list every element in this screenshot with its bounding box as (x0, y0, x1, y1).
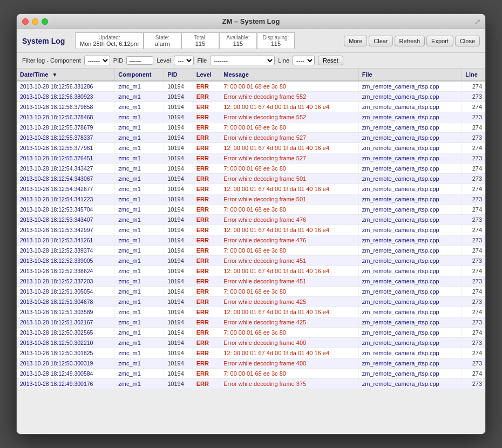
cell-line: 274 (462, 307, 485, 317)
cell-level: ERR (193, 338, 220, 348)
table-row: 2013-10-28 18:12:56.379858zmc_m110194ERR… (17, 102, 485, 112)
cell-pid: 10194 (164, 205, 193, 215)
state-label: State: (148, 35, 177, 40)
table-row: 2013-10-28 18:12:55.378679zmc_m110194ERR… (17, 123, 485, 133)
minimize-button[interactable] (32, 18, 38, 25)
cell-level: ERR (193, 358, 220, 369)
cell-message: Error while decoding frame 451 (220, 256, 358, 266)
titlebar: ZM – System Log ⤢ (17, 14, 485, 29)
header-message[interactable]: Message (220, 69, 358, 81)
cell-component: zmc_m1 (115, 92, 164, 102)
level-filter[interactable]: --- (174, 56, 194, 65)
cell-datetime: 2013-10-28 18:12:52.339374 (17, 246, 115, 256)
file-filter-label: File (197, 57, 207, 64)
header-pid[interactable]: PID (164, 69, 193, 81)
cell-component: zmc_m1 (115, 174, 164, 184)
cell-datetime: 2013-10-28 18:12:51.302167 (17, 317, 115, 328)
header-level[interactable]: Level (193, 69, 220, 81)
level-filter-label: Level (157, 57, 171, 64)
reset-button[interactable]: Reset (318, 56, 343, 65)
export-button[interactable]: Export (426, 36, 453, 46)
component-filter[interactable]: ------ (84, 56, 110, 65)
cell-datetime: 2013-10-28 18:12:56.380923 (17, 92, 115, 102)
table-row: 2013-10-28 18:12:51.304678zmc_m110194ERR… (17, 297, 485, 307)
cell-component: zmc_m1 (115, 348, 164, 358)
cell-line: 274 (462, 287, 485, 297)
table-row: 2013-10-28 18:12:54.341223zmc_m110194ERR… (17, 194, 485, 205)
cell-component: zmc_m1 (115, 194, 164, 205)
cell-message: 7: 00 00 01 68 ee 3c 80 (220, 328, 358, 338)
header-file[interactable]: File (358, 69, 462, 81)
file-filter[interactable]: ------- (210, 56, 275, 65)
cell-pid: 10194 (164, 358, 193, 369)
table-row: 2013-10-28 18:12:52.339005zmc_m110194ERR… (17, 256, 485, 266)
cell-line: 274 (462, 102, 485, 112)
cell-level: ERR (193, 153, 220, 164)
cell-datetime: 2013-10-28 18:12:55.378337 (17, 133, 115, 143)
close-window-button[interactable]: Close (455, 36, 480, 46)
cell-file: zm_remote_camera_rtsp.cpp (358, 174, 462, 184)
resize-icon[interactable]: ⤢ (474, 17, 481, 26)
header-datetime[interactable]: Date/Time ▼ (17, 69, 115, 81)
refresh-button[interactable]: Refresh (395, 36, 425, 46)
cell-level: ERR (193, 348, 220, 358)
window-title: ZM – System Log (222, 17, 280, 25)
close-button[interactable] (22, 18, 29, 25)
cell-message: Error while decoding frame 451 (220, 276, 358, 287)
table-header-row: Date/Time ▼ Component PID Level Message … (17, 69, 485, 81)
cell-line: 274 (462, 184, 485, 194)
table-row: 2013-10-28 18:12:51.303589zmc_m110194ERR… (17, 307, 485, 317)
line-filter[interactable]: ---- (293, 56, 315, 65)
log-table-container[interactable]: Date/Time ▼ Component PID Level Message … (17, 69, 485, 434)
cell-level: ERR (193, 369, 220, 379)
cell-level: ERR (193, 307, 220, 317)
table-row: 2013-10-28 18:12:53.345704zmc_m110194ERR… (17, 205, 485, 215)
cell-line: 274 (462, 348, 485, 358)
cell-level: ERR (193, 102, 220, 112)
table-row: 2013-10-28 18:12:54.343427zmc_m110194ERR… (17, 164, 485, 174)
cell-message: 7: 00 00 01 68 ee 3c 80 (220, 81, 358, 92)
filter-label: Filter log - Component (22, 57, 81, 64)
cell-level: ERR (193, 287, 220, 297)
log-table-body: 2013-10-28 18:12:56.381286zmc_m110194ERR… (17, 81, 485, 389)
maximize-button[interactable] (42, 18, 48, 25)
table-row: 2013-10-28 18:12:50.301825zmc_m110194ERR… (17, 348, 485, 358)
updated-block: Updated: Mon 28th Oct, 6:12pm (75, 32, 144, 49)
clear-button[interactable]: Clear (369, 36, 392, 46)
cell-line: 273 (462, 256, 485, 266)
more-button[interactable]: More (344, 36, 367, 46)
cell-datetime: 2013-10-28 18:12:55.377961 (17, 143, 115, 153)
cell-level: ERR (193, 297, 220, 307)
cell-line: 273 (462, 215, 485, 225)
pid-filter-input[interactable] (126, 56, 153, 65)
cell-pid: 10194 (164, 225, 193, 235)
cell-message: Error while decoding frame 527 (220, 153, 358, 164)
cell-pid: 10194 (164, 153, 193, 164)
main-window: ZM – System Log ⤢ System Log Updated: Mo… (16, 13, 486, 435)
displaying-label: Displaying: (262, 35, 290, 40)
cell-datetime: 2013-10-28 18:12:54.342677 (17, 184, 115, 194)
cell-message: 12: 00 00 01 67 4d 00 1f da 01 40 16 e4 (220, 266, 358, 276)
cell-message: Error while decoding frame 501 (220, 194, 358, 205)
header-line[interactable]: Line (462, 69, 485, 81)
cell-component: zmc_m1 (115, 205, 164, 215)
header-component[interactable]: Component (115, 69, 164, 81)
cell-component: zmc_m1 (115, 123, 164, 133)
cell-pid: 10194 (164, 307, 193, 317)
cell-pid: 10194 (164, 194, 193, 205)
cell-message: 7: 00 00 01 68 ee 3c 80 (220, 369, 358, 379)
cell-file: zm_remote_camera_rtsp.cpp (358, 266, 462, 276)
cell-component: zmc_m1 (115, 133, 164, 143)
cell-datetime: 2013-10-28 18:12:51.303589 (17, 307, 115, 317)
cell-level: ERR (193, 215, 220, 225)
cell-pid: 10194 (164, 143, 193, 153)
cell-pid: 10194 (164, 246, 193, 256)
table-row: 2013-10-28 18:12:56.381286zmc_m110194ERR… (17, 81, 485, 92)
cell-datetime: 2013-10-28 18:12:56.381286 (17, 81, 115, 92)
cell-file: zm_remote_camera_rtsp.cpp (358, 143, 462, 153)
cell-line: 274 (462, 143, 485, 153)
cell-datetime: 2013-10-28 18:12:49.300584 (17, 369, 115, 379)
cell-level: ERR (193, 133, 220, 143)
cell-component: zmc_m1 (115, 266, 164, 276)
cell-file: zm_remote_camera_rtsp.cpp (358, 246, 462, 256)
